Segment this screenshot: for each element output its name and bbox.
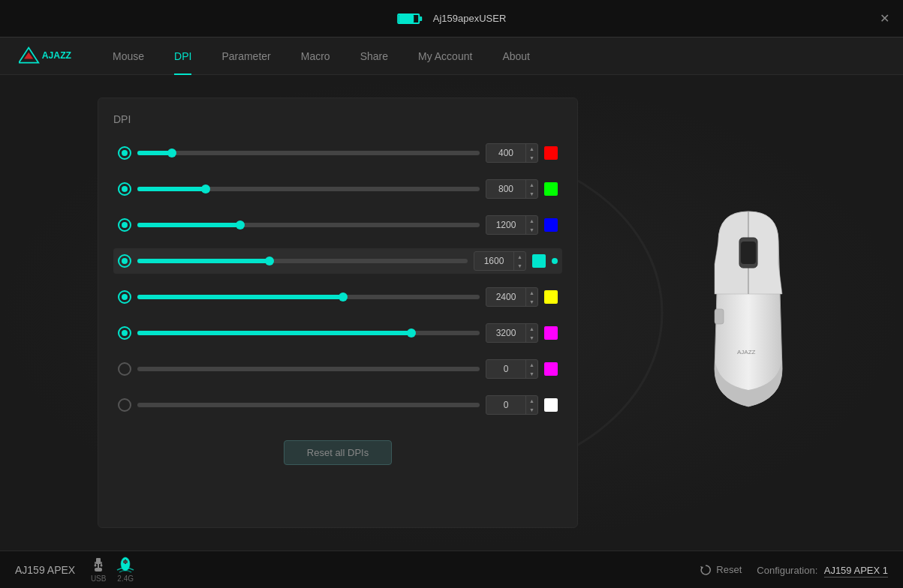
dpi-radio-2[interactable] [118, 182, 131, 196]
dpi-input-5[interactable]: 2400 ▲ ▼ [486, 287, 538, 307]
usb-connection[interactable]: USB [90, 556, 107, 583]
nav-parameter[interactable]: Parameter [206, 38, 285, 75]
dpi-up-8[interactable]: ▲ [526, 396, 537, 405]
config-info: Configuration: AJ159 APEX 1 [757, 563, 888, 577]
dpi-slider-fill-1 [137, 151, 172, 155]
nav-share[interactable]: Share [345, 38, 403, 75]
dpi-slider-6[interactable] [137, 331, 480, 335]
dpi-down-8[interactable]: ▼ [526, 405, 537, 414]
dpi-color-5[interactable] [544, 290, 558, 304]
dpi-slider-8[interactable] [137, 403, 480, 407]
dpi-radio-1[interactable] [118, 146, 131, 160]
usb-icon [90, 556, 107, 573]
svg-rect-11 [95, 568, 102, 572]
nav-about[interactable]: About [487, 38, 545, 75]
dpi-arrows-4: ▲ ▼ [513, 252, 525, 270]
logo: AJAZZ [15, 41, 75, 71]
footer-reset-label: Reset [716, 564, 742, 575]
svg-marker-19 [700, 566, 703, 569]
dpi-slider-5[interactable] [137, 295, 480, 299]
dpi-input-6[interactable]: 3200 ▲ ▼ [486, 323, 538, 343]
dpi-slider-thumb-2 [201, 184, 210, 194]
dpi-row-4: 1600 ▲ ▼ [113, 248, 562, 274]
dpi-up-4[interactable]: ▲ [514, 252, 525, 261]
svg-text:AJAZZ: AJAZZ [737, 349, 756, 356]
dpi-color-8[interactable] [544, 398, 558, 412]
nav-dpi[interactable]: DPI [159, 38, 206, 75]
dpi-row-1: 400 ▲ ▼ [113, 140, 562, 166]
dpi-arrows-8: ▲ ▼ [525, 396, 537, 414]
dpi-down-2[interactable]: ▼ [526, 189, 537, 198]
dpi-radio-7[interactable] [118, 362, 131, 376]
dpi-up-2[interactable]: ▲ [526, 180, 537, 189]
nav-macro[interactable]: Macro [286, 38, 345, 75]
dpi-down-7[interactable]: ▼ [526, 369, 537, 378]
svg-rect-6 [741, 242, 756, 264]
dpi-color-3[interactable] [544, 218, 558, 232]
dpi-input-2[interactable]: 800 ▲ ▼ [486, 179, 538, 199]
dpi-radio-3[interactable] [118, 218, 131, 232]
wireless-icon [116, 556, 135, 573]
nav-bar: AJAZZ Mouse DPI Parameter Macro Share My… [0, 38, 903, 75]
dpi-arrows-6: ▲ ▼ [525, 324, 537, 342]
wireless-connection[interactable]: 2.4G [116, 556, 135, 583]
dpi-radio-8[interactable] [118, 398, 131, 412]
dpi-slider-fill-6 [137, 331, 411, 335]
dpi-arrows-2: ▲ ▼ [525, 180, 537, 198]
dpi-value-3: 1200 [486, 220, 525, 230]
dpi-up-5[interactable]: ▲ [526, 288, 537, 297]
reset-btn-container: Reset all DPIs [113, 440, 562, 465]
dpi-input-7[interactable]: 0 ▲ ▼ [486, 359, 538, 379]
dpi-slider-4[interactable] [137, 259, 468, 263]
svg-rect-18 [123, 560, 128, 563]
dpi-down-1[interactable]: ▼ [526, 153, 537, 162]
dpi-slider-thumb-3 [236, 220, 245, 230]
dpi-value-1: 400 [486, 148, 525, 158]
active-indicator [552, 258, 558, 264]
dpi-arrows-7: ▲ ▼ [525, 360, 537, 378]
dpi-row-7: 0 ▲ ▼ [113, 356, 562, 382]
dpi-up-1[interactable]: ▲ [526, 144, 537, 153]
dpi-radio-5[interactable] [118, 290, 131, 304]
footer-reset-button[interactable]: Reset [700, 564, 742, 576]
main-content: DPI 400 ▲ ▼ [0, 75, 903, 550]
nav-mouse[interactable]: Mouse [98, 38, 159, 75]
dpi-color-4[interactable] [532, 254, 546, 268]
dpi-slider-1[interactable] [137, 151, 480, 155]
dpi-radio-6[interactable] [118, 326, 131, 340]
dpi-up-6[interactable]: ▲ [526, 324, 537, 333]
dpi-color-1[interactable] [544, 146, 558, 160]
dpi-color-7[interactable] [544, 362, 558, 376]
dpi-input-1[interactable]: 400 ▲ ▼ [486, 143, 538, 163]
dpi-down-4[interactable]: ▼ [514, 261, 525, 270]
config-label: Configuration: [757, 565, 817, 576]
close-button[interactable]: ✕ [877, 11, 892, 26]
title-bar: Aj159apexUSER ✕ [0, 0, 903, 38]
dpi-color-2[interactable] [544, 182, 558, 196]
dpi-input-4[interactable]: 1600 ▲ ▼ [474, 251, 526, 271]
reset-all-dpis-button[interactable]: Reset all DPIs [284, 440, 392, 465]
dpi-value-2: 800 [486, 184, 525, 194]
svg-rect-7 [715, 309, 724, 324]
dpi-row-6: 3200 ▲ ▼ [113, 320, 562, 346]
dpi-up-7[interactable]: ▲ [526, 360, 537, 369]
dpi-slider-2[interactable] [137, 187, 480, 191]
dpi-slider-3[interactable] [137, 223, 480, 227]
dpi-color-6[interactable] [544, 326, 558, 340]
dpi-value-5: 2400 [486, 292, 525, 302]
config-value: AJ159 APEX 1 [824, 565, 888, 578]
wireless-label: 2.4G [117, 574, 134, 583]
dpi-radio-4[interactable] [118, 254, 131, 268]
nav-my-account[interactable]: My Account [403, 38, 487, 75]
dpi-slider-fill-3 [137, 223, 240, 227]
usb-label: USB [91, 574, 107, 583]
dpi-down-6[interactable]: ▼ [526, 333, 537, 342]
dpi-down-3[interactable]: ▼ [526, 225, 537, 234]
dpi-up-3[interactable]: ▲ [526, 216, 537, 225]
dpi-slider-7[interactable] [137, 367, 480, 371]
dpi-value-7: 0 [486, 364, 525, 374]
dpi-arrows-5: ▲ ▼ [525, 288, 537, 306]
dpi-down-5[interactable]: ▼ [526, 297, 537, 306]
dpi-input-3[interactable]: 1200 ▲ ▼ [486, 215, 538, 235]
dpi-input-8[interactable]: 0 ▲ ▼ [486, 395, 538, 415]
